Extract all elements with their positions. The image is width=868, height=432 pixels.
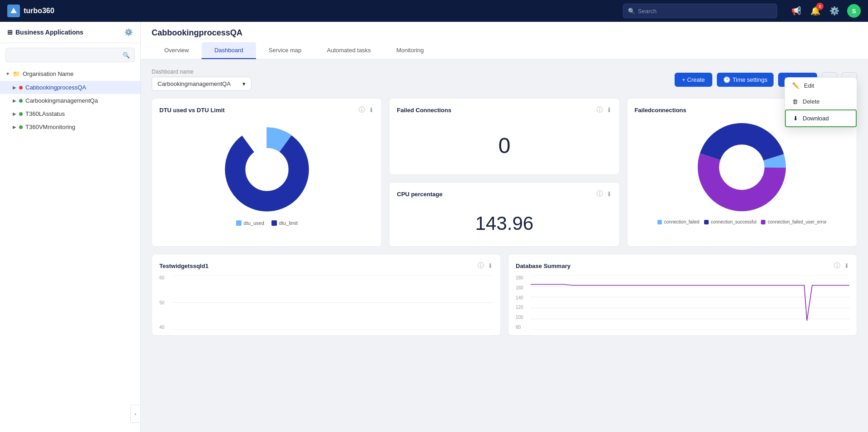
create-label: + Create [682, 76, 705, 83]
gear-icon: ⚙️ [829, 6, 839, 16]
create-button[interactable]: + Create [675, 73, 712, 87]
testwidget-svg [172, 275, 493, 330]
legend-color-conn-failed [657, 220, 662, 224]
db-summary-svg [531, 275, 849, 330]
cpu-widget-header: CPU percentage ⓘ ⬇ [397, 190, 612, 198]
search-bar[interactable]: 🔍 Search [623, 4, 777, 18]
testwidget-title: Testwidgetssqld1 [159, 263, 208, 269]
download-icon: ⬇ [793, 115, 798, 122]
tab-overview[interactable]: Overview [152, 42, 202, 59]
legend-item-dtu-used: dtu_used [236, 220, 264, 226]
org-row[interactable]: ▼ 📁 Organisation Name [0, 67, 140, 81]
failed-connections-icons: ⓘ ⬇ [597, 106, 612, 114]
db-summary-chart-inner [531, 275, 849, 330]
sidebar-item-cabbookingprocessqa[interactable]: ▶ CabbookingprocessQA [0, 81, 140, 94]
failedconn-donut-chart [694, 119, 789, 215]
cpu-widget: CPU percentage ⓘ ⬇ 143.96 [389, 182, 619, 247]
testwidget-widget: Testwidgetssqld1 ⓘ ⬇ 60 50 40 [152, 254, 501, 336]
manage-dropdown-menu: ✏️ Edit 🗑 Delete ⬇ Download [784, 77, 857, 128]
middle-widget-column: Failed Connections ⓘ ⬇ 0 CPU percentage [389, 98, 619, 247]
info-icon[interactable]: ⓘ [597, 106, 603, 114]
sidebar-item-t360vmmonitoring[interactable]: ▶ T360VMmonitoring [0, 120, 140, 134]
sidebar-settings-icon[interactable]: ⚙️ [124, 28, 133, 36]
logo-area[interactable]: turbo360 [7, 5, 54, 17]
legend-color-dtu-used [236, 220, 242, 226]
dashboard-name-section: Dashboard name CarbookingmanagementQA ▾ [152, 69, 252, 91]
sidebar-title: ⊞ Business Applications [7, 29, 84, 36]
time-settings-button[interactable]: 🕐 Time settings [717, 73, 774, 87]
dtu-widget-icons: ⓘ ⬇ [359, 106, 374, 114]
folder-icon: 📁 [13, 70, 20, 77]
sidebar-header: ⊞ Business Applications ⚙️ [0, 22, 140, 43]
status-dot-green [19, 112, 23, 116]
legend-label-conn-failed-user: connection_failed_user_error [768, 219, 827, 224]
db-summary-y-axis: 180 160 140 120 100 80 [516, 275, 529, 330]
sidebar-item-carbookingmanagementqa[interactable]: ▶ CarbookingmanagementQa [0, 94, 140, 107]
info-icon[interactable]: ⓘ [359, 106, 365, 114]
testwidget-icons: ⓘ ⬇ [478, 262, 493, 270]
dropdown-item-edit[interactable]: ✏️ Edit [785, 78, 857, 94]
broadcast-icon-btn[interactable]: 📢 [790, 5, 803, 17]
failedconn-donut-container: connection_failed connection_successful … [635, 119, 849, 224]
db-summary-icons: ⓘ ⬇ [834, 262, 849, 270]
legend-label-dtu-used: dtu_used [244, 220, 264, 226]
sidebar-collapse-btn[interactable]: ‹ [130, 405, 140, 423]
download-icon[interactable]: ⬇ [369, 106, 374, 114]
sidebar-item-label: T360LAsstatus [25, 110, 65, 117]
status-dot-green [19, 99, 23, 103]
item-arrow-icon: ▶ [13, 111, 16, 116]
download-icon[interactable]: ⬇ [844, 262, 849, 269]
legend-color-conn-failed-user [761, 220, 765, 224]
broadcast-icon: 📢 [791, 6, 801, 16]
legend-label-conn-success: connection_successful [711, 219, 757, 224]
tabs: Overview Dashboard Service map Automated… [152, 42, 857, 59]
info-icon[interactable]: ⓘ [478, 262, 484, 270]
dropdown-item-delete[interactable]: 🗑 Delete [785, 94, 857, 109]
sidebar-item-label: CarbookingmanagementQa [25, 97, 98, 104]
org-name: Organisation Name [23, 70, 74, 77]
info-icon[interactable]: ⓘ [597, 190, 603, 198]
legend-color-conn-success [704, 220, 709, 224]
db-summary-title: Database Summary [516, 263, 571, 269]
dashboard-dropdown[interactable]: CarbookingmanagementQA ▾ [152, 77, 252, 91]
tab-automated-tasks[interactable]: Automated tasks [314, 42, 384, 59]
svg-point-7 [720, 145, 764, 190]
sidebar-item-t360lasstatus[interactable]: ▶ T360LAsstatus [0, 107, 140, 120]
content-area: CabbookingprocessQA Overview Dashboard S… [141, 22, 868, 432]
failedconn-legend: connection_failed connection_successful … [657, 219, 827, 224]
dtu-legend: dtu_used dtu_limit [236, 220, 298, 226]
svg-marker-0 [10, 8, 17, 13]
dashboard-name-label: Dashboard name [152, 69, 252, 75]
tab-dashboard[interactable]: Dashboard [202, 42, 256, 59]
delete-label: Delete [803, 98, 820, 105]
search-icon: 🔍 [628, 8, 635, 15]
download-icon[interactable]: ⬇ [607, 190, 612, 198]
dashboard-selected-value: CarbookingmanagementQA [158, 80, 231, 87]
download-label: Download [803, 115, 829, 122]
download-icon[interactable]: ⬇ [488, 262, 493, 269]
trash-icon: 🗑 [792, 98, 798, 105]
cpu-value: 143.96 [397, 204, 612, 239]
notification-btn[interactable]: 🔔 8 [809, 5, 822, 17]
status-dot-green [19, 125, 23, 129]
failed-connections-value: 0 [397, 119, 612, 167]
dtu-widget: DTU used vs DTU Limit ⓘ ⬇ [152, 98, 382, 247]
user-avatar[interactable]: S [847, 4, 861, 18]
settings-btn[interactable]: ⚙️ [828, 5, 841, 17]
sidebar-search-input[interactable] [10, 52, 120, 58]
info-icon[interactable]: ⓘ [834, 262, 840, 270]
content-header: CabbookingprocessQA Overview Dashboard S… [141, 22, 868, 60]
item-arrow-icon: ▶ [13, 124, 16, 129]
tab-service-map[interactable]: Service map [256, 42, 314, 59]
cpu-widget-icons: ⓘ ⬇ [597, 190, 612, 198]
item-arrow-icon: ▶ [13, 85, 16, 90]
tab-monitoring[interactable]: Monitoring [384, 42, 437, 59]
download-icon[interactable]: ⬇ [607, 106, 612, 114]
dtu-donut-chart [222, 124, 312, 215]
dashboard-area: Dashboard name CarbookingmanagementQA ▾ … [141, 60, 868, 345]
failed-connections-widget: Failed Connections ⓘ ⬇ 0 [389, 98, 619, 175]
dropdown-item-download[interactable]: ⬇ Download [785, 109, 857, 127]
main-layout: ⊞ Business Applications ⚙️ 🔍 ▼ 📁 Organis… [0, 0, 868, 432]
edit-label: Edit [804, 82, 814, 89]
sidebar-search-box[interactable]: 🔍 [5, 48, 135, 62]
